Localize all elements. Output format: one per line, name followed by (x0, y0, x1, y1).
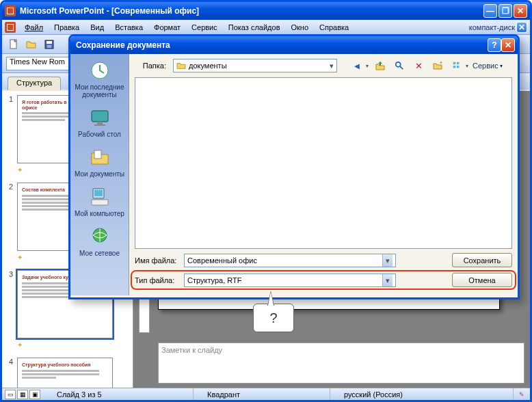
menu-slideshow[interactable]: Показ слайдов (224, 22, 285, 33)
up-folder-button[interactable] (373, 58, 388, 73)
svg-point-13 (396, 62, 401, 67)
back-button[interactable]: ◄ (349, 58, 364, 73)
save-button[interactable]: Сохранить (452, 253, 512, 267)
folder-label: Папка: (135, 62, 169, 70)
folder-icon (176, 62, 186, 70)
svg-rect-6 (97, 122, 103, 124)
svg-rect-3 (47, 45, 51, 48)
status-slide: Слайд 3 из 5 (43, 388, 194, 400)
svg-rect-15 (453, 62, 456, 65)
status-bar: ▭ ▦ ▣ Слайд 3 из 5 Квадрант русский (Рос… (2, 388, 530, 400)
svg-rect-18 (457, 66, 460, 68)
svg-rect-5 (92, 111, 108, 122)
open-icon[interactable] (24, 37, 39, 52)
slideshow-view-icon[interactable]: ▣ (29, 390, 40, 399)
doc-close-button[interactable]: ✕ (516, 22, 527, 33)
window-title: Microsoft PowerPoint - [Современный офис… (20, 6, 483, 16)
svg-rect-7 (94, 124, 105, 126)
svg-rect-16 (457, 62, 460, 65)
folder-combo[interactable]: документы (173, 59, 337, 72)
menu-view[interactable]: Вид (85, 22, 109, 33)
thumb-number: 1 (5, 95, 13, 176)
notes-pane[interactable]: Заметки к слайду (158, 343, 524, 384)
outline-tab[interactable]: Структура (8, 77, 61, 90)
status-lang: русский (Россия) (330, 388, 514, 400)
dialog-close-button[interactable]: ✕ (501, 38, 515, 52)
menu-edit[interactable]: Правка (49, 22, 84, 33)
new-folder-button[interactable]: ✦ (430, 58, 445, 73)
my-computer-icon (89, 186, 111, 208)
maximize-button[interactable]: ❐ (498, 4, 512, 18)
callout-annotation: ? (253, 304, 294, 332)
menu-help[interactable]: Справка (315, 22, 354, 33)
places-bar: Мои последние документы Рабочий стол Мои… (70, 54, 129, 295)
sorter-view-icon[interactable]: ▦ (17, 390, 28, 399)
svg-rect-17 (453, 66, 456, 68)
save-icon[interactable] (42, 37, 57, 52)
animation-star-icon: ✦ (17, 166, 27, 176)
slide-thumbnail-4[interactable]: Структура учебного пособия (17, 358, 113, 388)
svg-rect-10 (94, 190, 103, 196)
filetype-combo[interactable]: Структура, RTF (184, 273, 396, 287)
my-documents-icon (89, 146, 111, 168)
filename-label: Имя файла: (135, 256, 180, 265)
svg-rect-2 (46, 41, 52, 44)
menu-window[interactable]: Окно (287, 22, 314, 33)
svg-text:✦: ✦ (439, 60, 443, 65)
svg-rect-11 (92, 200, 108, 205)
minimize-button[interactable]: — (483, 4, 497, 18)
place-recent[interactable]: Мои последние документы (70, 57, 129, 104)
service-menu[interactable]: Сервис▾ (473, 62, 503, 70)
thumb-number: 3 (5, 270, 13, 351)
new-document-icon[interactable] (6, 37, 21, 52)
dialog-help-button[interactable]: ? (488, 38, 501, 52)
network-icon (89, 226, 111, 247)
menu-insert[interactable]: Вставка (110, 22, 148, 33)
callout-text: ? (269, 310, 277, 326)
menu-right-link[interactable]: компакт-диск (469, 23, 515, 31)
animation-star-icon: ✦ (17, 341, 27, 351)
cancel-button[interactable]: Отмена (452, 273, 512, 287)
place-desktop[interactable]: Рабочий стол (70, 104, 129, 144)
filename-input[interactable]: Современный офис (184, 254, 396, 267)
menu-file[interactable]: Файл (20, 22, 48, 33)
menu-tools[interactable]: Сервис (187, 22, 222, 33)
app-menu-icon[interactable] (5, 22, 16, 33)
filetype-label: Тип файла: (135, 276, 180, 284)
search-button[interactable] (392, 58, 407, 73)
svg-rect-8 (94, 150, 101, 159)
dialog-title-bar: Сохранение документа ? ✕ (70, 36, 518, 54)
dialog-title: Сохранение документа (73, 40, 488, 50)
menu-format[interactable]: Формат (149, 22, 185, 33)
menu-bar: Файл Правка Вид Вставка Формат Сервис По… (2, 20, 530, 35)
main-title-bar: Microsoft PowerPoint - [Современный офис… (2, 2, 530, 20)
place-mydocs[interactable]: Мои документы (70, 144, 129, 183)
thumb-number: 2 (5, 183, 13, 263)
close-button[interactable]: ✕ (514, 4, 527, 18)
status-layout: Квадрант (194, 388, 330, 400)
place-mycomputer[interactable]: Мой компьютер (70, 183, 129, 223)
folder-row: Папка: документы ◄▾ ✕ ✦ ▾ Сервис▾ (129, 54, 518, 77)
delete-button[interactable]: ✕ (411, 58, 426, 73)
save-dialog: Сохранение документа ? ✕ Мои последние д… (68, 34, 520, 299)
thumb-number: 4 (5, 358, 13, 388)
normal-view-icon[interactable]: ▭ (5, 390, 16, 399)
desktop-icon (89, 107, 111, 129)
file-list[interactable] (135, 77, 512, 249)
animation-star-icon: ✦ (17, 254, 27, 263)
spellcheck-icon[interactable]: ✎ (516, 390, 527, 399)
place-network[interactable]: Мое сетевое (70, 223, 129, 263)
recent-documents-icon (89, 59, 111, 81)
powerpoint-icon (5, 5, 16, 16)
views-button[interactable] (449, 58, 464, 73)
